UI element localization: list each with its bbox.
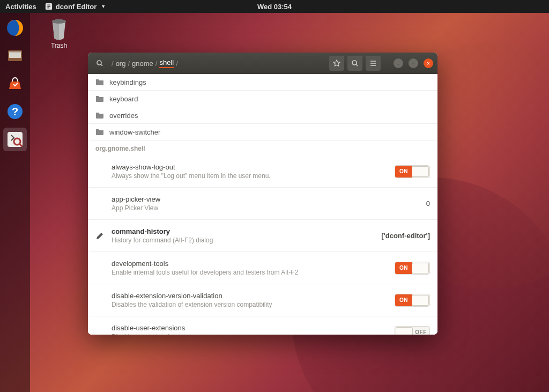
key-description: Enable internal tools useful for develop… <box>112 269 395 276</box>
app-menu[interactable]: dconf Editor ▼ <box>45 3 106 11</box>
key-name: disable-extension-version-validation <box>112 292 395 300</box>
key-name: command-history <box>112 227 375 235</box>
key-description: History for command (Alt-F2) dialog <box>112 236 375 244</box>
top-bar: Activities dconf Editor ▼ Wed 03:54 <box>0 0 549 13</box>
clock[interactable]: Wed 03:54 <box>257 3 292 11</box>
settings-list[interactable]: keybindingskeyboardoverrideswindow-switc… <box>88 74 437 335</box>
key-name: development-tools <box>112 260 395 268</box>
search-path-icon[interactable] <box>92 56 107 71</box>
dock-files-icon[interactable] <box>3 44 27 68</box>
toggle-always-show-log-out[interactable]: ONOFF <box>395 165 430 178</box>
dock-dconf-icon[interactable] <box>3 128 27 151</box>
dock-firefox-icon[interactable] <box>3 16 27 40</box>
desktop-trash[interactable]: Trash <box>48 17 70 49</box>
folder-label: keybindings <box>109 78 146 86</box>
folder-label: window-switcher <box>109 128 160 136</box>
svg-text:?: ? <box>12 106 18 117</box>
bookmark-button[interactable] <box>329 56 344 71</box>
trash-label: Trash <box>48 42 70 49</box>
window-minimize-button[interactable]: – <box>394 58 403 68</box>
titlebar: /org /gnome /shell / – ▫ × <box>88 53 437 74</box>
folder-label: keyboard <box>109 95 138 103</box>
folder-row-overrides[interactable]: overrides <box>88 107 437 124</box>
activities-button[interactable]: Activities <box>5 3 36 11</box>
dconf-app-icon <box>45 3 53 10</box>
folder-icon <box>95 78 104 86</box>
key-name: always-show-log-out <box>112 163 395 171</box>
folder-icon <box>95 95 104 102</box>
folder-row-window-switcher[interactable]: window-switcher <box>88 124 437 140</box>
toggle-development-tools[interactable]: ONOFF <box>395 262 430 275</box>
window-maximize-button[interactable]: ▫ <box>409 58 418 68</box>
svg-point-12 <box>52 19 66 24</box>
folder-label: overrides <box>109 112 138 120</box>
svg-rect-5 <box>9 51 21 53</box>
search-button[interactable] <box>347 56 362 71</box>
key-description: Always show the "Log out" menu item in t… <box>112 172 395 180</box>
key-row-app-picker-view[interactable]: app-picker-viewApp Picker View0 <box>88 188 437 220</box>
key-value: 0 <box>426 199 430 208</box>
breadcrumb[interactable]: /org /gnome /shell / <box>110 58 179 68</box>
toggle-disable-extension-version-validation[interactable]: ONOFF <box>395 294 430 307</box>
key-row-disable-extension-version-validation[interactable]: disable-extension-version-validationDisa… <box>88 284 437 316</box>
window-close-button[interactable]: × <box>424 58 433 68</box>
toggle-disable-user-extensions[interactable]: ONOFF <box>395 326 430 335</box>
key-value: ['dconf-editor'] <box>381 232 430 240</box>
folder-icon <box>95 128 104 136</box>
svg-point-15 <box>352 61 357 65</box>
svg-line-14 <box>101 64 102 66</box>
key-description: App Picker View <box>112 204 420 212</box>
key-description: Disable user extensions <box>112 333 395 335</box>
folder-row-keyboard[interactable]: keyboard <box>88 91 437 107</box>
svg-line-16 <box>356 64 358 66</box>
pencil-icon <box>95 232 104 240</box>
folder-icon <box>95 112 104 119</box>
schema-heading: org.gnome.shell <box>88 140 437 156</box>
menu-button[interactable] <box>366 56 381 71</box>
dock-software-icon[interactable] <box>3 72 27 95</box>
key-name: app-picker-view <box>112 195 420 203</box>
dock-help-icon[interactable]: ? <box>3 100 27 123</box>
trash-icon <box>48 17 70 41</box>
key-row-development-tools[interactable]: development-toolsEnable internal tools u… <box>88 252 437 284</box>
key-row-command-history[interactable]: command-historyHistory for command (Alt-… <box>88 220 437 252</box>
key-description: Disables the validation of extension ver… <box>112 301 395 308</box>
key-name: disable-user-extensions <box>112 324 395 332</box>
key-row-disable-user-extensions[interactable]: disable-user-extensionsDisable user exte… <box>88 316 437 335</box>
key-row-always-show-log-out[interactable]: always-show-log-outAlways show the "Log … <box>88 156 437 188</box>
svg-point-13 <box>97 61 101 65</box>
folder-row-keybindings[interactable]: keybindings <box>88 74 437 91</box>
dconf-editor-window: /org /gnome /shell / – ▫ × keybindingske… <box>88 53 437 335</box>
launcher-dock: ? <box>0 13 30 392</box>
